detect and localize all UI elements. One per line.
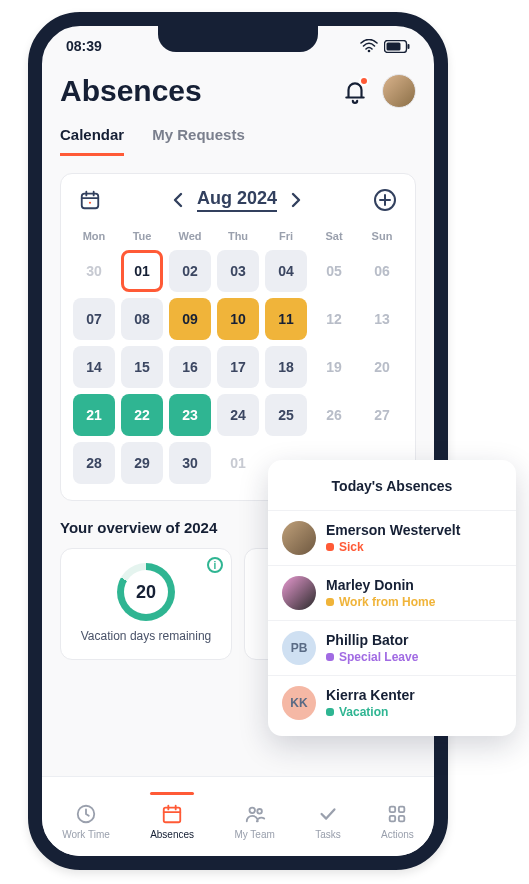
- svg-rect-4: [82, 194, 99, 209]
- calendar-day[interactable]: 17: [217, 346, 259, 388]
- calendar-day[interactable]: 13: [361, 298, 403, 340]
- svg-rect-14: [399, 816, 405, 822]
- chevron-right-icon: [289, 192, 303, 208]
- weekday-label: Mon: [73, 230, 115, 242]
- calendar-day[interactable]: 12: [313, 298, 355, 340]
- calendar-day[interactable]: 30: [169, 442, 211, 484]
- calendar-day[interactable]: 06: [361, 250, 403, 292]
- nav-label: Tasks: [315, 829, 341, 840]
- calendar-day[interactable]: 30: [73, 250, 115, 292]
- svg-point-0: [368, 50, 371, 53]
- nav-tasks[interactable]: Tasks: [315, 793, 341, 840]
- plus-circle-icon: [373, 188, 397, 212]
- vacation-ring: 20: [117, 563, 175, 621]
- svg-rect-13: [390, 816, 396, 822]
- phone-frame: 08:39 Absences Calendar My Requests: [28, 12, 448, 870]
- calendar-day[interactable]: 15: [121, 346, 163, 388]
- calendar-day[interactable]: 22: [121, 394, 163, 436]
- calendar-day[interactable]: 02: [169, 250, 211, 292]
- absence-item[interactable]: Emerson WesterveltSick: [268, 510, 516, 565]
- vacation-card[interactable]: i 20 Vacation days remaining: [60, 548, 232, 660]
- month-nav: Aug 2024: [171, 188, 303, 212]
- add-button[interactable]: [373, 188, 397, 212]
- info-icon[interactable]: i: [207, 557, 223, 573]
- calendar-header: Aug 2024: [73, 188, 403, 222]
- battery-icon: [384, 40, 410, 53]
- absence-status: Vacation: [326, 705, 415, 719]
- absence-name: Emerson Westervelt: [326, 522, 460, 538]
- calendar-card: Aug 2024 MonTueWedThuFriSatSun 300102030…: [60, 173, 416, 501]
- svg-point-5: [89, 202, 91, 204]
- calendar-icon[interactable]: [79, 189, 101, 211]
- calendar-nav-icon: [161, 803, 183, 825]
- svg-rect-2: [387, 42, 401, 50]
- calendar-day[interactable]: 25: [265, 394, 307, 436]
- calendar-day[interactable]: 27: [361, 394, 403, 436]
- weekday-label: Wed: [169, 230, 211, 242]
- status-dot: [326, 708, 334, 716]
- calendar-day[interactable]: 24: [217, 394, 259, 436]
- absence-item[interactable]: Marley DoninWork from Home: [268, 565, 516, 620]
- calendar-day[interactable]: 26: [313, 394, 355, 436]
- calendar-day[interactable]: 08: [121, 298, 163, 340]
- tabs: Calendar My Requests: [60, 126, 416, 157]
- status-time: 08:39: [66, 38, 102, 54]
- calendar-day[interactable]: 01: [217, 442, 259, 484]
- calendar-day[interactable]: 18: [265, 346, 307, 388]
- bottom-nav: Work Time Absences My Team Tasks Actions: [42, 776, 434, 856]
- absence-name: Phillip Bator: [326, 632, 418, 648]
- nav-actions[interactable]: Actions: [381, 793, 414, 840]
- tab-my-requests[interactable]: My Requests: [152, 126, 245, 156]
- weekday-label: Thu: [217, 230, 259, 242]
- calendar-day[interactable]: 28: [73, 442, 115, 484]
- status-dot: [326, 543, 334, 551]
- calendar-day[interactable]: 21: [73, 394, 115, 436]
- wifi-icon: [360, 39, 378, 53]
- nav-work-time[interactable]: Work Time: [62, 793, 110, 840]
- calendar-day[interactable]: 19: [313, 346, 355, 388]
- page-title: Absences: [60, 74, 202, 108]
- absence-name: Kierra Kenter: [326, 687, 415, 703]
- clock-icon: [75, 803, 97, 825]
- calendar-day[interactable]: 05: [313, 250, 355, 292]
- prev-month-button[interactable]: [171, 192, 185, 208]
- avatar: [282, 521, 316, 555]
- nav-my-team[interactable]: My Team: [234, 793, 274, 840]
- nav-absences[interactable]: Absences: [150, 793, 194, 840]
- weekday-label: Tue: [121, 230, 163, 242]
- vacation-value: 20: [136, 582, 156, 603]
- calendar-day[interactable]: 14: [73, 346, 115, 388]
- status-icons: [360, 39, 410, 53]
- calendar-day[interactable]: 03: [217, 250, 259, 292]
- profile-avatar[interactable]: [382, 74, 416, 108]
- calendar-day[interactable]: 10: [217, 298, 259, 340]
- absence-item[interactable]: PBPhillip BatorSpecial Leave: [268, 620, 516, 675]
- nav-label: Absences: [150, 829, 194, 840]
- calendar-day[interactable]: 09: [169, 298, 211, 340]
- calendar-day[interactable]: 20: [361, 346, 403, 388]
- calendar-day[interactable]: 07: [73, 298, 115, 340]
- calendar-day[interactable]: 01: [121, 250, 163, 292]
- svg-rect-11: [390, 807, 396, 813]
- days-grid: 3001020304050607080910111213141516171819…: [73, 250, 403, 484]
- calendar-day[interactable]: 29: [121, 442, 163, 484]
- calendar-day[interactable]: 16: [169, 346, 211, 388]
- status-dot: [326, 653, 334, 661]
- absence-item[interactable]: KKKierra KenterVacation: [268, 675, 516, 730]
- svg-point-10: [257, 809, 262, 814]
- avatar: [282, 576, 316, 610]
- next-month-button[interactable]: [289, 192, 303, 208]
- vacation-label: Vacation days remaining: [81, 629, 212, 645]
- todays-absences-popover: Today's Absences Emerson WesterveltSickM…: [268, 460, 516, 736]
- tab-calendar[interactable]: Calendar: [60, 126, 124, 156]
- calendar-day[interactable]: 23: [169, 394, 211, 436]
- weekday-label: Sat: [313, 230, 355, 242]
- month-label[interactable]: Aug 2024: [197, 188, 277, 212]
- notifications-button[interactable]: [342, 78, 368, 104]
- calendar-day[interactable]: 04: [265, 250, 307, 292]
- absence-name: Marley Donin: [326, 577, 435, 593]
- absence-status: Work from Home: [326, 595, 435, 609]
- weekday-label: Sun: [361, 230, 403, 242]
- calendar-day[interactable]: 11: [265, 298, 307, 340]
- popover-title: Today's Absences: [280, 472, 504, 500]
